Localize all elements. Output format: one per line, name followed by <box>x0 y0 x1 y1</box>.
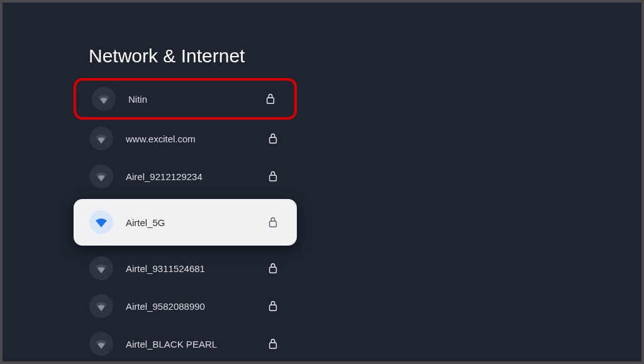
network-name: Airtel_5G <box>126 217 267 228</box>
lock-icon <box>267 300 279 312</box>
wifi-icon <box>89 164 113 188</box>
network-item-airtel-9582[interactable]: Airtel_9582088990 <box>74 287 297 325</box>
wifi-icon <box>89 294 113 318</box>
network-item-airtel-9311[interactable]: Airtel_9311524681 <box>74 249 297 287</box>
network-item-airtel-5g[interactable]: Airtel_5G <box>74 199 297 246</box>
lock-icon <box>267 338 279 350</box>
svg-rect-4 <box>270 267 277 273</box>
network-item-airtel-black-pearl[interactable]: Airtel_BLACK PEARL <box>74 325 297 363</box>
wifi-icon <box>89 256 113 280</box>
lock-icon <box>267 133 279 144</box>
network-name: Airtel_9311524681 <box>126 263 267 274</box>
lock-icon <box>264 93 277 105</box>
network-item-excitel[interactable]: www.excitel.com <box>74 120 297 157</box>
svg-rect-6 <box>270 343 277 348</box>
lock-icon <box>267 263 279 274</box>
network-name: Airtel_9582088990 <box>126 301 267 312</box>
network-name: www.excitel.com <box>126 134 267 144</box>
network-list: Nitin www.excitel.com Airel_9212129234 A… <box>74 78 297 363</box>
svg-rect-0 <box>267 98 274 103</box>
network-name: Airtel_BLACK PEARL <box>126 339 267 350</box>
wifi-icon <box>92 87 116 111</box>
svg-rect-5 <box>270 305 277 310</box>
svg-rect-3 <box>270 221 277 227</box>
page-title: Network & Internet <box>89 45 641 67</box>
lock-icon <box>267 171 279 182</box>
svg-rect-1 <box>270 137 277 143</box>
network-name: Nitin <box>128 94 264 105</box>
wifi-icon <box>89 127 113 151</box>
lock-icon <box>267 217 279 228</box>
network-item-airel-9212[interactable]: Airel_9212129234 <box>74 157 297 195</box>
network-name: Airel_9212129234 <box>126 171 267 182</box>
wifi-icon <box>89 332 113 356</box>
network-item-nitin[interactable]: Nitin <box>74 78 297 120</box>
wifi-icon <box>89 210 113 234</box>
svg-rect-2 <box>270 175 277 181</box>
